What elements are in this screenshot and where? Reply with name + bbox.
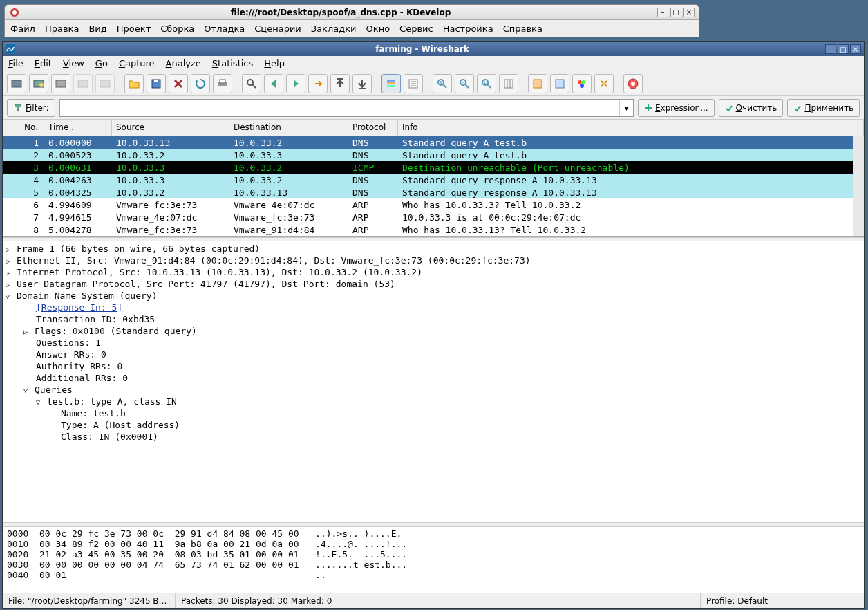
filter-combo[interactable]: ▾ xyxy=(59,99,634,117)
packet-bytes-pane[interactable]: 0000 00 0c 29 fc 3e 73 00 0c 29 91 d4 84… xyxy=(3,526,864,593)
expand-icon[interactable] xyxy=(23,326,32,336)
minimize-button[interactable]: – xyxy=(825,44,836,54)
menu-project[interactable]: Проект xyxy=(117,24,151,34)
interfaces-icon[interactable] xyxy=(7,74,26,93)
packet-row[interactable]: 85.004278Vmware_fc:3e:73Vmware_91:d4:84A… xyxy=(3,223,853,236)
tree-item[interactable]: Internet Protocol, Src: 10.0.33.13 (10.0… xyxy=(3,266,864,278)
help-icon[interactable] xyxy=(623,74,643,93)
scrollbar[interactable] xyxy=(853,136,864,236)
tree-item[interactable]: Authority RRs: 0 xyxy=(3,360,864,372)
preferences-icon[interactable] xyxy=(594,74,614,93)
menu-file[interactable]: Файл xyxy=(10,24,35,34)
packet-row[interactable]: 20.00052310.0.33.210.0.33.3DNSStandard q… xyxy=(3,149,853,161)
tree-item[interactable]: Name: test.b xyxy=(3,407,864,419)
restart-capture-icon[interactable] xyxy=(95,74,115,93)
clear-button[interactable]: Очистить xyxy=(719,99,784,117)
print-icon[interactable] xyxy=(213,74,232,93)
auto-scroll-icon[interactable] xyxy=(404,74,423,93)
filter-input[interactable] xyxy=(60,100,619,116)
col-header-dest[interactable]: Destination xyxy=(229,120,348,136)
col-header-info[interactable]: Info xyxy=(398,120,864,136)
tree-item[interactable]: Ethernet II, Src: Vmware_91:d4:84 (00:0c… xyxy=(3,255,864,266)
menu-edit[interactable]: Правка xyxy=(45,24,79,34)
capture-options-icon[interactable] xyxy=(29,74,48,93)
apply-button[interactable]: Применить xyxy=(787,99,860,117)
expand-icon[interactable] xyxy=(6,279,14,289)
minimize-button[interactable]: – xyxy=(657,8,668,17)
tree-item[interactable]: [Response In: 5] xyxy=(3,302,864,313)
collapse-icon[interactable] xyxy=(36,396,44,407)
menu-help[interactable]: Help xyxy=(264,58,285,68)
expand-icon[interactable] xyxy=(6,267,14,277)
menu-window[interactable]: Окно xyxy=(366,24,390,34)
menu-help[interactable]: Справка xyxy=(503,24,542,34)
tree-item[interactable]: Flags: 0x0100 (Standard query) xyxy=(3,325,864,337)
resize-columns-icon[interactable] xyxy=(499,74,518,93)
packet-list-body[interactable]: 10.00000010.0.33.1310.0.33.2DNSStandard … xyxy=(3,136,853,236)
stop-capture-icon[interactable] xyxy=(73,74,93,93)
go-last-icon[interactable] xyxy=(352,74,372,93)
menu-settings[interactable]: Настройка xyxy=(443,24,493,34)
menu-statistics[interactable]: Statistics xyxy=(212,58,253,68)
maximize-button[interactable]: □ xyxy=(670,8,681,17)
wireshark-titlebar[interactable]: farming - Wireshark – □ × xyxy=(3,42,864,56)
zoom-out-icon[interactable] xyxy=(455,74,474,93)
zoom-in-icon[interactable] xyxy=(433,74,452,93)
tree-item[interactable]: Questions: 1 xyxy=(3,337,864,349)
tree-item[interactable]: Queries xyxy=(3,384,864,396)
tree-item[interactable]: Transaction ID: 0xbd35 xyxy=(3,313,864,325)
reload-icon[interactable] xyxy=(191,74,210,93)
menu-edit[interactable]: Edit xyxy=(35,58,52,68)
expand-icon[interactable] xyxy=(6,243,14,254)
menu-capture[interactable]: Capture xyxy=(119,58,155,68)
tree-item[interactable]: Frame 1 (66 bytes on wire, 66 bytes capt… xyxy=(3,243,864,255)
chevron-down-icon[interactable]: ▾ xyxy=(619,100,633,116)
tree-item[interactable]: Additional RRs: 0 xyxy=(3,372,864,384)
expression-button[interactable]: Expression... xyxy=(638,99,715,117)
menu-service[interactable]: Сервис xyxy=(399,24,433,34)
go-back-icon[interactable] xyxy=(264,74,283,93)
maximize-button[interactable]: □ xyxy=(838,44,849,54)
packet-list-header[interactable]: No. Time . Source Destination Protocol I… xyxy=(3,120,864,136)
start-capture-icon[interactable] xyxy=(51,74,70,93)
menu-view[interactable]: Вид xyxy=(88,24,106,34)
packet-row[interactable]: 74.994615Vmware_4e:07:dcVmware_fc:3e:73A… xyxy=(3,211,853,223)
save-icon[interactable] xyxy=(147,74,166,93)
packet-row[interactable]: 10.00000010.0.33.1310.0.33.2DNSStandard … xyxy=(3,136,853,149)
open-icon[interactable] xyxy=(124,74,144,93)
display-filters-icon[interactable] xyxy=(550,74,569,93)
filter-button[interactable]: Filter: xyxy=(7,99,55,117)
packet-row[interactable]: 50.00432510.0.33.210.0.33.13DNSStandard … xyxy=(3,186,853,198)
tree-item[interactable]: Answer RRs: 0 xyxy=(3,349,864,360)
menu-bookmarks[interactable]: Закладки xyxy=(311,24,357,34)
coloring-rules-icon[interactable] xyxy=(572,74,592,93)
tree-item[interactable]: Type: A (Host address) xyxy=(3,419,864,431)
col-header-no[interactable]: No. xyxy=(3,120,44,136)
col-header-source[interactable]: Source xyxy=(112,120,229,136)
tree-item[interactable]: User Datagram Protocol, Src Port: 41797 … xyxy=(3,278,864,290)
packet-row[interactable]: 30.00063110.0.33.310.0.33.2ICMPDestinati… xyxy=(3,161,853,174)
go-forward-icon[interactable] xyxy=(286,74,305,93)
capture-filters-icon[interactable] xyxy=(528,74,547,93)
menu-view[interactable]: View xyxy=(63,58,84,68)
collapse-icon[interactable] xyxy=(6,290,14,301)
menu-file[interactable]: File xyxy=(8,58,23,68)
colorize-icon[interactable] xyxy=(381,74,401,93)
menu-scripts[interactable]: Сценарии xyxy=(254,24,301,34)
tree-item[interactable]: Domain Name System (query) xyxy=(3,290,864,302)
go-to-icon[interactable] xyxy=(308,74,328,93)
go-first-icon[interactable] xyxy=(330,74,350,93)
menu-analyze[interactable]: Analyze xyxy=(166,58,201,68)
menu-build[interactable]: Сборка xyxy=(160,24,194,34)
collapse-icon[interactable] xyxy=(23,385,32,395)
packet-row[interactable]: 40.00426310.0.33.310.0.33.2DNSStandard q… xyxy=(3,174,853,186)
close-button[interactable]: × xyxy=(683,8,695,17)
close-file-icon[interactable] xyxy=(169,74,188,93)
packet-row[interactable]: 64.994609Vmware_fc:3e:73Vmware_4e:07:dcA… xyxy=(3,198,853,211)
tree-item[interactable]: test.b: type A, class IN xyxy=(3,396,864,407)
kdevelop-titlebar[interactable]: file:///root/Desktop/spoof/a_dns.cpp - K… xyxy=(5,5,699,20)
expand-icon[interactable] xyxy=(6,255,14,266)
status-profile[interactable]: Profile: Default xyxy=(701,593,864,608)
find-icon[interactable] xyxy=(242,74,261,93)
col-header-time[interactable]: Time . xyxy=(44,120,112,136)
